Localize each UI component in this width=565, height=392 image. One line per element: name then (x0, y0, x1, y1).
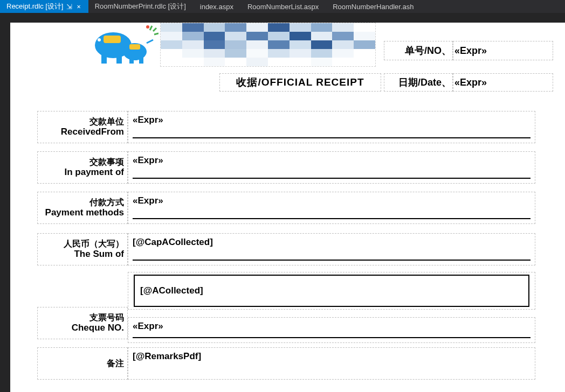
amount-box-cell[interactable]: [@ACollected] (128, 272, 535, 310)
value-received-from[interactable]: «Expr» (128, 111, 535, 143)
pin-icon[interactable]: ⇲ (66, 3, 72, 11)
text: 单号/NO、 (405, 44, 451, 57)
svg-rect-2 (101, 54, 107, 64)
label-received-from[interactable]: 交款单位 ReceivedFrom (37, 111, 128, 143)
label-remarks[interactable]: 备注 (37, 347, 128, 380)
svg-point-9 (146, 25, 149, 29)
svg-rect-4 (129, 57, 134, 64)
tab-label: RoomNumberPrint.rdlc [设计] (95, 2, 186, 11)
text: «Expr» (133, 155, 163, 165)
text: 日期/Date、 (398, 76, 451, 89)
text: «Expr» (133, 321, 163, 331)
designer-workarea: 单号/NO、 «Expr» 收据/OFFICIAL RECEIPT 日期/Dat… (0, 13, 565, 392)
underline (133, 218, 530, 219)
underline (133, 137, 530, 138)
tab-label: RoomNumberList.aspx (247, 3, 319, 11)
svg-rect-3 (116, 54, 122, 64)
label-en: In payment of (64, 167, 124, 178)
tab-roomnumberprint[interactable]: RoomNumberPrint.rdlc [设计] (88, 0, 194, 13)
report-canvas: 单号/NO、 «Expr» 收据/OFFICIAL RECEIPT 日期/Dat… (10, 23, 560, 392)
underline (133, 178, 530, 179)
tab-label: Receipt.rdlc [设计] (6, 2, 63, 11)
label-en: Payment methods (45, 207, 124, 218)
tab-roomnumberlist[interactable]: RoomNumberList.aspx (241, 0, 326, 13)
elephant-icon (85, 23, 159, 67)
report-canvas-viewport[interactable]: 单号/NO、 «Expr» 收据/OFFICIAL RECEIPT 日期/Dat… (10, 23, 565, 392)
label-jp: 付款方式 (89, 198, 124, 207)
logo-image[interactable] (85, 23, 159, 67)
svg-rect-6 (104, 36, 121, 43)
text: [@CapACollected] (133, 237, 213, 247)
value-in-payment-of[interactable]: «Expr» (128, 151, 535, 184)
value-sum-of[interactable]: [@CapACollected] (128, 233, 535, 265)
header-no-label[interactable]: 单号/NO、 (384, 41, 453, 60)
label-jp: 人民币（大写） (64, 239, 124, 249)
tab-label: RoomNumberHandler.ash (333, 3, 414, 11)
label-jp: 交款事项 (89, 157, 124, 167)
tab-receipt-rdlc[interactable]: Receipt.rdlc [设计] ⇲ ✕ (0, 0, 88, 13)
tab-label: index.aspx (200, 3, 233, 11)
svg-rect-5 (139, 57, 143, 64)
label-en: Cheque NO. (72, 323, 124, 333)
document-tab-bar: Receipt.rdlc [设计] ⇲ ✕ RoomNumberPrint.rd… (0, 0, 565, 13)
text: «Expr» (133, 195, 163, 206)
tab-roomnumberhandler[interactable]: RoomNumberHandler.ash (326, 0, 421, 13)
text: «Expr» (454, 77, 487, 88)
underline (133, 260, 530, 261)
receipt-title[interactable]: 收据/OFFICIAL RECEIPT (219, 73, 381, 92)
amount-box: [@ACollected] (134, 275, 529, 307)
label-cheque-no[interactable]: 支票号码 Cheque NO. (37, 307, 128, 339)
label-in-payment-of[interactable]: 交款事项 In payment of (37, 151, 128, 184)
label-en: ReceivedFrom (61, 127, 124, 137)
label-sum-of[interactable]: 人民币（大写） The Sum of (37, 233, 128, 265)
value-cheque-no[interactable]: «Expr» (128, 317, 535, 343)
header-date-label[interactable]: 日期/Date、 (384, 73, 453, 92)
svg-point-8 (98, 38, 101, 41)
label-jp: 备注 (107, 359, 124, 368)
label-payment-methods[interactable]: 付款方式 Payment methods (37, 192, 128, 224)
svg-rect-7 (129, 44, 140, 50)
header-date-value[interactable]: «Expr» (453, 73, 553, 92)
close-icon[interactable]: ✕ (77, 3, 80, 10)
value-payment-methods[interactable]: «Expr» (128, 192, 535, 224)
text: [@RemarksPdf] (133, 351, 201, 361)
header-no-value[interactable]: «Expr» (453, 41, 553, 60)
label-jp: 交款单位 (89, 117, 124, 127)
underline (133, 337, 530, 338)
text: 收据/OFFICIAL RECEIPT (236, 75, 364, 89)
value-remarks[interactable]: [@RemarksPdf] (128, 347, 535, 380)
text: «Expr» (454, 45, 487, 57)
label-jp: 支票号码 (89, 313, 124, 323)
text: [@ACollected] (140, 285, 203, 296)
header-banner-image[interactable] (160, 23, 376, 67)
text: «Expr» (133, 115, 163, 125)
label-en: The Sum of (74, 249, 124, 260)
tab-index-aspx[interactable]: index.aspx (194, 0, 241, 13)
